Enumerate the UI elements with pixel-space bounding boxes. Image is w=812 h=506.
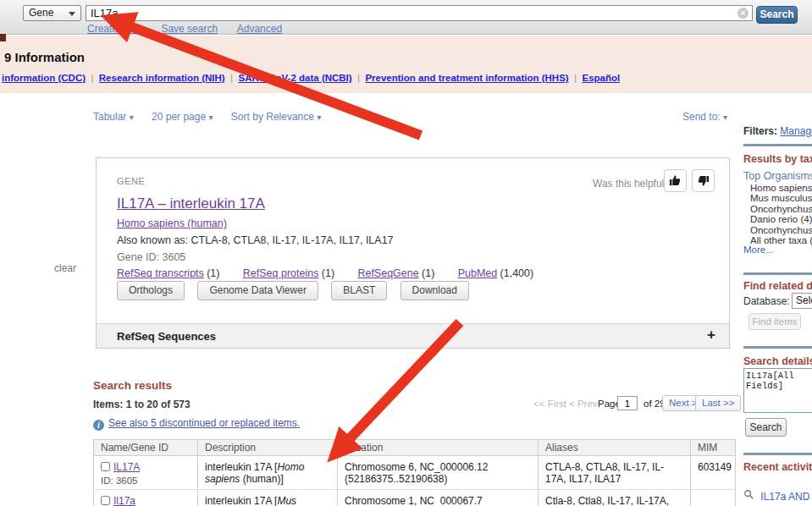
banner-links: information (CDC)Research information (N… (2, 73, 620, 83)
gene-summary-card: GENE Was this helpful? IL17A – interleuk… (96, 157, 730, 349)
row-description: interleukin 17A [Mus musculus (house mou… (198, 490, 338, 506)
filter-clear-label[interactable]: clear (54, 262, 76, 274)
helpful-prompt: Was this helpful? (593, 178, 670, 190)
recent-search-link[interactable]: IL17a AND (al (760, 491, 812, 503)
gene-related-links: RefSeq transcripts (1) RefSeq proteins (… (117, 267, 554, 279)
row-location: Chromosome 1, NC_000067.7 (20801129..208… (338, 490, 539, 506)
organism-item[interactable]: Oncorhynchus t (743, 225, 812, 235)
sars-cov2-data-link[interactable]: SARS-CoV-2 data (NCBI) (238, 73, 351, 83)
organism-item[interactable]: Oncorhynchus m (743, 204, 812, 214)
caret-down-icon: ▾ (723, 113, 727, 122)
search-utility-links: Create RSS Save search Advanced (87, 23, 299, 35)
search-header-bar: Gene × Search Create RSS Save search Adv… (0, 0, 812, 35)
more-organisms-link[interactable]: More... (743, 245, 774, 255)
send-to-dropdown[interactable]: Send to: ▾ (682, 111, 727, 123)
thumbs-up-button[interactable] (664, 169, 687, 192)
download-button[interactable]: Download (400, 281, 469, 300)
row-checkbox[interactable] (101, 462, 110, 471)
top-organisms-heading[interactable]: Top Organisms | (743, 170, 812, 182)
right-sidebar: Filters: Manage Fi Results by taxon Top … (743, 0, 812, 506)
filters-label: Filters: (743, 125, 777, 137)
advanced-search-link[interactable]: Advanced (237, 23, 282, 35)
gene-id-line: Gene ID: 3605 (117, 251, 185, 263)
gene-row-id: ID: 3605 (101, 476, 191, 486)
gene-result-link[interactable]: IL17A (113, 461, 140, 473)
discontinued-items-notice: iSee also 5 discontinued or replaced ite… (93, 417, 300, 431)
blast-button[interactable]: BLAST (331, 281, 387, 300)
column-mim: MIM (691, 440, 736, 456)
nih-research-link[interactable]: Research information (NIH) (99, 73, 225, 83)
column-location: Location (338, 440, 539, 456)
database-select[interactable]: Gene (23, 5, 81, 21)
pagination-last-button[interactable]: Last >> (695, 395, 741, 411)
caret-down-icon: ▾ (317, 113, 321, 122)
refseq-transcripts-link[interactable]: RefSeq transcripts (117, 267, 204, 279)
database-label: Database: (743, 295, 790, 307)
row-location: Chromosome 6, NC_000006.12 (52186375..52… (338, 456, 539, 490)
covid-info-banner: 9 Information information (CDC)Research … (0, 36, 812, 93)
results-toolbar: Tabular ▾ 20 per page ▾ Sort by Relevanc… (93, 111, 336, 123)
search-input[interactable] (86, 5, 753, 21)
results-table: Name/Gene ID Description Location Aliase… (93, 439, 736, 506)
organism-item[interactable]: Danio rerio (4) (743, 214, 812, 224)
create-rss-link[interactable]: Create RSS (87, 23, 141, 35)
organism-item[interactable]: Mus musculus ( (743, 193, 812, 203)
find-items-button[interactable]: Find items (748, 313, 801, 330)
select-caret-icon (69, 12, 75, 16)
gene-aliases-line: Also known as: CTLA-8, CTLA8, IL-17, IL-… (117, 234, 394, 246)
genome-data-viewer-button[interactable]: Genome Data Viewer (197, 281, 318, 300)
pubmed-link[interactable]: PubMed (458, 267, 498, 279)
display-format-dropdown[interactable]: Tabular ▾ (93, 111, 134, 123)
expand-plus-icon[interactable]: + (707, 327, 715, 344)
items-count-line: Items: 1 to 20 of 573 (93, 399, 191, 410)
search-results-heading: Search results (93, 379, 172, 392)
recent-activity-item: IL17a AND (al (743, 489, 812, 503)
refseq-proteins-link[interactable]: RefSeq proteins (243, 267, 319, 279)
row-aliases: CTLA-8, CTLA8, IL-17, IL-17A, IL17, ILA1… (539, 456, 691, 490)
refseqgene-link[interactable]: RefSeqGene (357, 267, 418, 279)
manage-filters-link[interactable]: Manage Fi (780, 125, 812, 137)
link-count: (1,400) (500, 267, 534, 279)
hhs-prevention-link[interactable]: Prevention and treatment information (HH… (365, 73, 568, 83)
table-row: IL17AID: 3605 interleukin 17A [Homo sapi… (94, 456, 736, 490)
row-checkbox[interactable] (101, 496, 110, 505)
gene-action-buttons: Orthologs Genome Data Viewer BLAST Downl… (117, 281, 479, 300)
refseq-sequences-title: RefSeq Sequences (117, 330, 216, 343)
link-count: (1) (422, 267, 434, 279)
cdc-info-link[interactable]: information (CDC) (2, 73, 86, 83)
magnifier-icon (743, 489, 754, 500)
refseq-sequences-section[interactable]: RefSeq Sequences + (97, 323, 729, 348)
organism-item[interactable]: Homo sapiens ( (743, 183, 812, 193)
sort-dropdown[interactable]: Sort by Relevance ▾ (231, 111, 321, 123)
section-divider (743, 346, 812, 349)
banner-title: 9 Information (4, 50, 85, 64)
gene-result-link[interactable]: Il17a (113, 495, 135, 506)
column-aliases: Aliases (539, 440, 691, 456)
table-header-row: Name/Gene ID Description Location Aliase… (94, 440, 736, 456)
caret-down-icon: ▾ (130, 113, 134, 122)
column-name-gene-id: Name/Gene ID (94, 440, 198, 456)
see-also-link[interactable]: See also 5 discontinued or replaced item… (108, 417, 300, 429)
section-divider (743, 144, 812, 146)
search-details-search-button[interactable]: Search (745, 418, 787, 437)
table-row: Il17aID: 16171 interleukin 17A [Mus musc… (94, 490, 736, 506)
organism-list: Homo sapiens ( Mus musculus ( Oncorhynch… (743, 183, 812, 245)
database-row: Database: Select (743, 295, 790, 307)
espanol-link[interactable]: Español (582, 73, 620, 83)
gene-organism-link[interactable]: Homo sapiens (human) (117, 217, 227, 229)
database-select[interactable]: Select (792, 293, 812, 309)
pagination-prev: < Prev (569, 399, 598, 409)
search-details-textarea[interactable]: IL17a[All Fields] (743, 368, 812, 413)
record-type-label: GENE (117, 176, 145, 186)
gene-title-link[interactable]: IL17A – interleukin 17A (117, 195, 265, 212)
row-mim: 603149 (691, 456, 736, 490)
thumbs-down-button[interactable] (692, 169, 715, 192)
link-count: (1) (322, 267, 334, 279)
page-size-dropdown[interactable]: 20 per page ▾ (152, 111, 213, 123)
orthologs-button[interactable]: Orthologs (117, 281, 185, 300)
page-number-input[interactable] (617, 396, 638, 410)
info-icon: i (93, 420, 104, 431)
row-aliases: Ctla-8, Ctla8, IL-17, IL-17A, Il17 (539, 490, 691, 506)
search-details-heading: Search details (743, 355, 812, 367)
save-search-link[interactable]: Save search (161, 23, 218, 35)
